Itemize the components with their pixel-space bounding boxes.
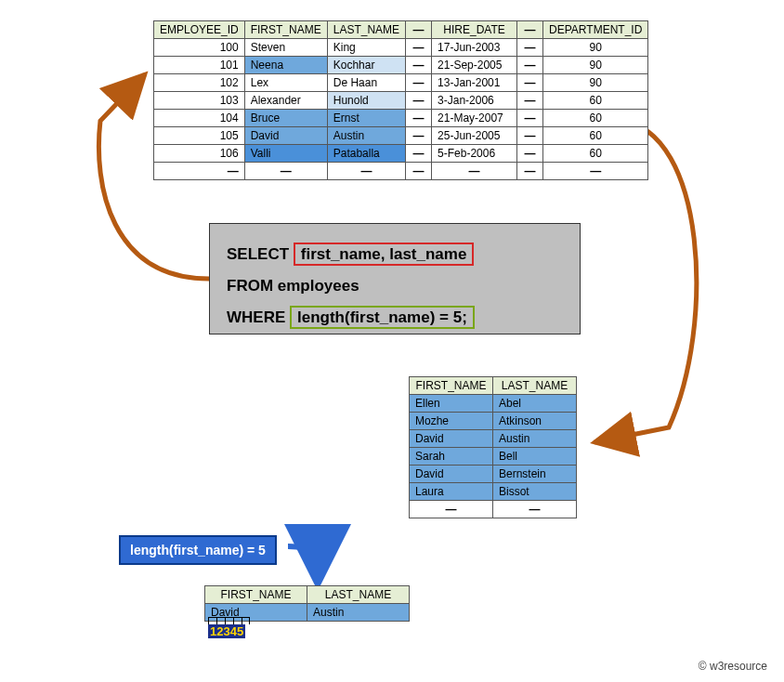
cell-last-name: Austin: [307, 604, 410, 622]
table-row: 106ValliPataballa—5-Feb-2006—60: [154, 145, 648, 163]
sql-where-expr: length(first_name) = 5;: [290, 306, 475, 329]
table-row: MozheAtkinson: [410, 413, 577, 430]
table-row: 103AlexanderHunold—3-Jan-2006—60: [154, 92, 648, 110]
attribution: w3resource: [699, 660, 767, 673]
cell: Austin: [327, 127, 405, 145]
cell: Bernstein: [493, 466, 577, 483]
cell: —: [517, 110, 543, 127]
sql-keyword-select: SELECT: [227, 245, 289, 263]
sql-line-where: WHERE length(first_name) = 5;: [227, 302, 563, 334]
cell: 101: [154, 57, 245, 74]
sql-select-columns: first_name, last_name: [294, 243, 475, 266]
cell: —: [517, 74, 543, 92]
table-row: SarahBell: [410, 448, 577, 466]
table-row-ellipsis: ———————: [154, 163, 648, 180]
result-table-intermediate: FIRST_NAMELAST_NAME EllenAbelMozheAtkins…: [409, 376, 577, 518]
cell: —: [406, 74, 432, 92]
col-header: FIRST_NAME: [244, 21, 327, 39]
cell: 21-Sep-2005: [432, 57, 517, 74]
char-numbers: 12345: [208, 624, 245, 638]
cell: Mozhe: [410, 413, 493, 430]
cell: —: [406, 127, 432, 145]
cell: —: [517, 145, 543, 163]
table-row: DavidAustin: [410, 430, 577, 448]
cell: —: [406, 110, 432, 127]
cell: —: [517, 57, 543, 74]
cell: Atkinson: [493, 413, 577, 430]
table-row-ellipsis: ——: [410, 501, 577, 518]
cell: 60: [543, 92, 648, 110]
cell: —: [517, 163, 543, 180]
table-row: 100StevenKing—17-Jun-2003—90: [154, 39, 648, 57]
cell: 90: [543, 57, 648, 74]
cell: —: [410, 501, 493, 518]
cell: Bruce: [244, 110, 327, 127]
cell: —: [406, 145, 432, 163]
cell: David: [410, 466, 493, 483]
cell: 104: [154, 110, 245, 127]
char-ticks: [208, 617, 250, 624]
col-header: —: [517, 21, 543, 39]
cell: De Haan: [327, 74, 405, 92]
cell: 60: [543, 127, 648, 145]
sql-query-box: SELECT first_name, last_name FROM employ…: [209, 223, 581, 334]
cell: Bissot: [493, 483, 577, 501]
cell: 60: [543, 110, 648, 127]
col-header: LAST_NAME: [327, 21, 405, 39]
cell: Neena: [244, 57, 327, 74]
cell: Pataballa: [327, 145, 405, 163]
cell: Sarah: [410, 448, 493, 466]
cell: Lex: [244, 74, 327, 92]
col-header: LAST_NAME: [493, 377, 577, 395]
table-row: 102LexDe Haan—13-Jan-2001—90: [154, 74, 648, 92]
cell: 100: [154, 39, 245, 57]
cell: 90: [543, 74, 648, 92]
col-first-name: FIRST_NAME: [205, 586, 307, 604]
table-row: EllenAbel: [410, 395, 577, 413]
table-row: LauraBissot: [410, 483, 577, 501]
sql-line-from: FROM employees: [227, 270, 563, 302]
cell: 106: [154, 145, 245, 163]
cell: Laura: [410, 483, 493, 501]
table-row: 104BruceErnst—21-May-2007—60: [154, 110, 648, 127]
cell: 13-Jan-2001: [432, 74, 517, 92]
cell: Hunold: [327, 92, 405, 110]
table-row: 105DavidAustin—25-Jun-2005—60: [154, 127, 648, 145]
cell: —: [517, 39, 543, 57]
cell: Ellen: [410, 395, 493, 413]
cell: Kochhar: [327, 57, 405, 74]
cell: Alexander: [244, 92, 327, 110]
cell: 105: [154, 127, 245, 145]
col-header: EMPLOYEE_ID: [154, 21, 245, 39]
cell: Bell: [493, 448, 577, 466]
cell: —: [432, 163, 517, 180]
char-length-indicator: 12345: [208, 617, 250, 638]
employees-table: EMPLOYEE_IDFIRST_NAMELAST_NAME—HIRE_DATE…: [153, 20, 648, 180]
cell: David: [410, 430, 493, 448]
col-header: HIRE_DATE: [432, 21, 517, 39]
sql-line-select: SELECT first_name, last_name: [227, 239, 563, 270]
cell: —: [517, 92, 543, 110]
table-row: 101NeenaKochhar—21-Sep-2005—90: [154, 57, 648, 74]
cell: —: [493, 501, 577, 518]
table-row: DavidBernstein: [410, 466, 577, 483]
cell: 60: [543, 145, 648, 163]
cell: 5-Feb-2006: [432, 145, 517, 163]
diagram-canvas: { "top_table": { "headers": ["EMPLOYEE_I…: [0, 0, 784, 682]
cell: —: [406, 39, 432, 57]
cell: —: [244, 163, 327, 180]
cell: —: [406, 57, 432, 74]
cell: 25-Jun-2005: [432, 127, 517, 145]
cell: —: [517, 127, 543, 145]
cell: 90: [543, 39, 648, 57]
cell: Abel: [493, 395, 577, 413]
cell: King: [327, 39, 405, 57]
cell: Ernst: [327, 110, 405, 127]
cell: David: [244, 127, 327, 145]
cell: Austin: [493, 430, 577, 448]
cell: 21-May-2007: [432, 110, 517, 127]
col-header: —: [406, 21, 432, 39]
cell: 3-Jan-2006: [432, 92, 517, 110]
cell: —: [406, 92, 432, 110]
filter-criterion-box: length(first_name) = 5: [119, 535, 277, 565]
